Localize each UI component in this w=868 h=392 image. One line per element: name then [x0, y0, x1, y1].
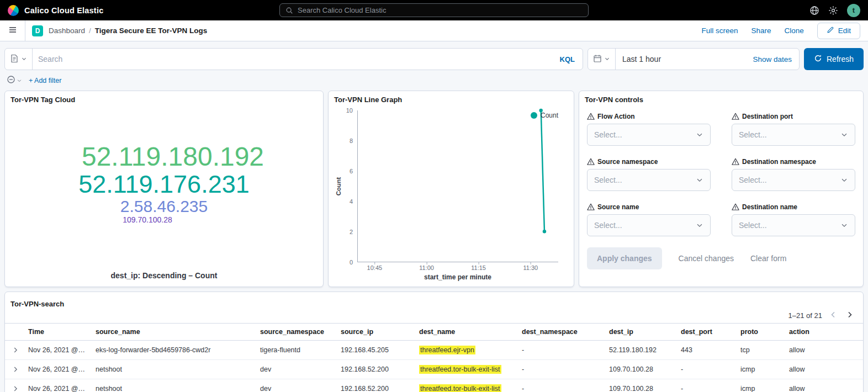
filter-circle-icon: [7, 75, 15, 86]
cell-action: allow: [785, 341, 863, 360]
chevron-down-icon: [840, 221, 848, 229]
tag-cloud-item[interactable]: 52.119.176.231: [78, 171, 249, 198]
apply-changes-button[interactable]: Apply changes: [587, 247, 662, 269]
legend-dot: [531, 112, 537, 119]
user-avatar[interactable]: t: [847, 4, 860, 17]
warning-icon: [732, 158, 739, 166]
cell-source-namespace: dev: [256, 379, 336, 392]
select-source-namespace[interactable]: Select...: [587, 169, 711, 191]
refresh-icon: [814, 54, 822, 64]
column-header-action[interactable]: action: [785, 324, 863, 341]
next-page-button[interactable]: [845, 310, 854, 321]
chevron-down-icon: [604, 55, 610, 63]
y-tick-label: 10: [346, 107, 353, 114]
chevron-right-icon: [12, 385, 19, 392]
cell-proto: icmp: [736, 360, 785, 379]
cell-action: allow: [785, 360, 863, 379]
tag-cloud-item[interactable]: 2.58.46.235: [120, 198, 208, 215]
cell-source-namespace: tigera-fluentd: [256, 341, 336, 360]
select-placeholder: Select...: [739, 176, 767, 184]
select-flow-action[interactable]: Select...: [587, 124, 711, 146]
warning-icon: [732, 203, 739, 211]
tag-cloud: 52.119.180.19252.119.176.2312.58.46.2351…: [5, 113, 323, 253]
edit-button[interactable]: Edit: [817, 23, 860, 39]
cell-dest-port: 443: [676, 341, 736, 360]
count-line-series: [358, 110, 558, 262]
control-label: Destination namespace: [732, 158, 855, 166]
select-source-name[interactable]: Select...: [587, 214, 711, 236]
saved-query-menu-button[interactable]: [5, 49, 33, 70]
select-placeholder: Select...: [594, 130, 622, 139]
edit-button-label: Edit: [838, 27, 851, 35]
cell-dest-namespace: -: [517, 360, 605, 379]
control-field-destination-namespace: Destination namespaceSelect...: [732, 158, 855, 191]
elastic-logo-icon[interactable]: [8, 5, 19, 16]
column-header-source-ip[interactable]: source_ip: [336, 324, 415, 341]
column-header-source-name[interactable]: source_name: [91, 324, 256, 341]
panel-title: Tor-VPN-search: [5, 295, 863, 308]
control-field-flow-action: Flow ActionSelect...: [587, 113, 711, 146]
clone-link[interactable]: Clone: [784, 27, 803, 35]
warning-icon: [587, 158, 595, 166]
chevron-down-icon: [17, 76, 22, 85]
pagination-label: 1–21 of 21: [788, 311, 822, 320]
cancel-changes-button[interactable]: Cancel changes: [679, 254, 734, 263]
show-dates-link[interactable]: Show dates: [753, 55, 799, 63]
gear-icon[interactable]: [828, 6, 838, 15]
breadcrumb: Dashboard / Tigera Secure EE Tor-VPN Log…: [49, 27, 207, 35]
date-quick-menu-button[interactable]: [588, 49, 616, 70]
global-header: Calico Cloud Elastic Search Calico Cloud…: [0, 0, 868, 20]
select-destination-port[interactable]: Select...: [732, 124, 855, 146]
chevron-down-icon: [696, 131, 703, 139]
control-label: Flow Action: [587, 113, 711, 120]
breadcrumb-dashboard[interactable]: Dashboard: [49, 27, 85, 35]
expand-row-button[interactable]: [9, 346, 19, 354]
calendar-icon: [593, 54, 602, 65]
cell-proto: tcp: [736, 341, 785, 360]
clear-form-button[interactable]: Clear form: [750, 254, 786, 263]
search-icon: [285, 7, 293, 14]
refresh-button-label: Refresh: [827, 55, 854, 63]
select-placeholder: Select...: [739, 221, 767, 230]
pencil-icon: [827, 26, 834, 35]
tag-cloud-item[interactable]: 52.119.180.192: [82, 142, 264, 171]
chevron-down-icon: [840, 176, 848, 184]
tag-cloud-item[interactable]: 109.70.100.28: [123, 216, 172, 224]
date-picker: Last 1 hour Show dates: [588, 48, 800, 70]
cell-dest-port: -: [676, 360, 736, 379]
cell-source-name: netshoot: [91, 379, 256, 392]
expand-row-button[interactable]: [9, 365, 19, 373]
prev-page-button[interactable]: [829, 310, 838, 321]
control-field-destination-name: Destination nameSelect...: [732, 203, 855, 236]
table-header-row: Timesource_namesource_namespacesource_ip…: [5, 324, 863, 341]
column-header-time[interactable]: Time: [24, 324, 91, 341]
time-range-value[interactable]: Last 1 hour: [616, 55, 753, 63]
query-input-placeholder[interactable]: Search: [33, 55, 560, 63]
refresh-button[interactable]: Refresh: [804, 48, 864, 70]
column-header-dest-name[interactable]: dest_name: [415, 324, 517, 341]
cell-source-name: eks-log-forwarder-5bd4659786-cwd2r: [91, 341, 256, 360]
globe-icon[interactable]: [809, 6, 819, 15]
share-link[interactable]: Share: [751, 27, 771, 35]
column-header-dest-port[interactable]: dest_port: [676, 324, 736, 341]
line-plot[interactable]: Count: [357, 110, 558, 262]
kql-toggle[interactable]: KQL: [560, 55, 583, 63]
filter-options-button[interactable]: [7, 75, 22, 86]
global-search-input[interactable]: Search Calico Cloud Elastic: [279, 3, 589, 17]
full-screen-link[interactable]: Full screen: [701, 27, 738, 35]
add-filter-link[interactable]: + Add filter: [29, 77, 61, 84]
column-header-dest-namespace[interactable]: dest_namespace: [517, 324, 605, 341]
control-field-source-name: Source nameSelect...: [587, 203, 711, 236]
chart-legend[interactable]: Count: [531, 112, 558, 119]
select-destination-namespace[interactable]: Select...: [732, 169, 855, 191]
column-header-dest-ip[interactable]: dest_ip: [605, 324, 676, 341]
y-axis-title: Count: [334, 110, 343, 262]
column-header-proto[interactable]: proto: [736, 324, 785, 341]
y-tick-label: 0: [350, 259, 353, 266]
panel-title: Tor-VPN Line Graph: [329, 91, 574, 104]
select-destination-name[interactable]: Select...: [732, 214, 855, 236]
kql-search-bar[interactable]: Search KQL: [4, 48, 583, 70]
expand-row-button[interactable]: [9, 385, 19, 392]
menu-button[interactable]: [0, 20, 25, 41]
column-header-source-namespace[interactable]: source_namespace: [256, 324, 336, 341]
